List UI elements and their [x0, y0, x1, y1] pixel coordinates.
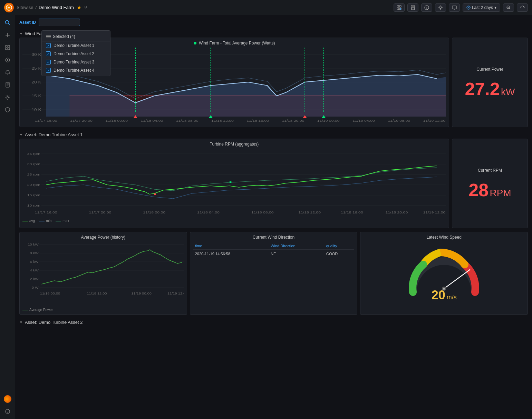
svg-text:15 K: 15 K	[32, 94, 41, 98]
sidebar-help[interactable]: ?	[3, 407, 12, 416]
filter-icon	[46, 35, 51, 38]
svg-text:8 kW: 8 kW	[30, 251, 39, 255]
asset-id-input[interactable]	[39, 19, 80, 26]
zoom-out-button[interactable]	[503, 3, 514, 12]
legend-max-label: max	[62, 219, 69, 223]
tv-icon	[452, 5, 457, 10]
settings-icon	[438, 5, 443, 10]
svg-text:11/19 00:00: 11/19 00:00	[317, 119, 340, 122]
asset-dropdown: Selected (4) ✓ Demo Turbine Asset 1 ✓ De…	[41, 30, 110, 76]
turbine2-section-header[interactable]: ▼ Asset: Demo Turbine Asset 2	[19, 318, 528, 326]
svg-text:20 K: 20 K	[32, 80, 41, 84]
sidebar-item-security[interactable]	[3, 105, 12, 114]
turbine1-panel-row: Turbine RPM (aggregates) 35 rpm 30 rpm 2	[19, 139, 528, 228]
wind-direction-panel: Current Wind Direction time Wind Directi…	[190, 232, 358, 315]
svg-text:11/19 08:00: 11/19 08:00	[388, 119, 410, 122]
svg-text:11/17 16:00: 11/17 16:00	[35, 211, 57, 214]
cell-time: 2020-11-19 14:56:58	[193, 250, 269, 258]
svg-line-17	[468, 8, 470, 8]
wind-speed-title: Latest Wind Speed	[363, 235, 525, 240]
add-panel-icon	[397, 5, 402, 10]
dropdown-item-4[interactable]: ✓ Demo Turbine Asset 4	[42, 66, 110, 74]
current-rpm-label: Current RPM	[478, 168, 502, 173]
current-power-label: Current Power	[476, 67, 503, 72]
sidebar-item-explore[interactable]	[3, 55, 12, 65]
legend-min: min	[39, 219, 51, 223]
clock-icon	[466, 6, 471, 10]
svg-rect-84	[230, 181, 231, 183]
wind-speed-gauge: 20 m/s	[363, 241, 525, 305]
rpm-chart-title: Turbine RPM (aggregates)	[22, 142, 446, 147]
svg-text:11/18 00:00: 11/18 00:00	[105, 119, 128, 122]
checkbox-1[interactable]: ✓	[46, 43, 51, 48]
svg-text:11/18 20:00: 11/18 20:00	[385, 211, 408, 214]
dropdown-item-label-2: Demo Turbine Asset 2	[54, 51, 94, 56]
info-button[interactable]: i	[421, 3, 432, 12]
current-power-value-container: 27.2 kW	[465, 80, 515, 98]
svg-rect-28	[8, 48, 10, 50]
current-rpm-panel: Current RPM 28 RPM	[452, 139, 528, 228]
svg-text:25 rpm: 25 rpm	[27, 173, 40, 176]
save-button[interactable]	[407, 3, 418, 12]
svg-text:11/18 12:00: 11/18 12:00	[211, 119, 234, 122]
share-icon[interactable]: ⑂	[84, 5, 87, 10]
favorite-star-icon[interactable]: ★	[77, 4, 81, 11]
avg-power-legend: Average Power	[22, 307, 184, 312]
current-rpm-unit: RPM	[490, 188, 511, 198]
checkbox-4[interactable]: ✓	[46, 68, 51, 73]
svg-text:i: i	[426, 7, 427, 10]
svg-rect-3	[397, 8, 399, 10]
svg-text:11/18 16:00: 11/18 16:00	[341, 211, 363, 214]
info-icon: i	[424, 5, 429, 10]
settings-button[interactable]	[435, 3, 446, 12]
svg-point-36	[7, 97, 8, 98]
avg-power-chart-container: 10 kW 8 kW 6 kW 4 kW 2 kW 0 W 11/18 00:0…	[22, 241, 184, 307]
breadcrumb-app: Sitewise	[17, 5, 33, 10]
svg-text:11/17 20:00: 11/17 20:00	[89, 211, 112, 214]
wind-direction-title: Current Wind Direction	[193, 235, 355, 240]
top-nav: Sitewise / Demo Wind Farm ★ ⑂ i Last 2 d…	[0, 0, 532, 15]
dropdown-item-3[interactable]: ✓ Demo Turbine Asset 3	[42, 58, 110, 66]
svg-text:11/19 12:00: 11/19 12:00	[167, 292, 184, 295]
svg-text:11/18 04:00: 11/18 04:00	[141, 119, 163, 122]
time-range-label: Last 2 days	[472, 5, 493, 10]
legend-min-line	[39, 221, 45, 221]
turbine1-section-header[interactable]: ▼ Asset: Demo Turbine Asset 1	[19, 131, 528, 139]
rpm-chart-legend: avg min max	[22, 218, 446, 223]
tv-button[interactable]	[449, 3, 460, 12]
svg-text:11/18 00:00: 11/18 00:00	[143, 211, 165, 214]
svg-text:11/18 08:00: 11/18 08:00	[251, 211, 274, 214]
svg-point-12	[439, 7, 441, 8]
sidebar-item-reports[interactable]	[3, 80, 12, 90]
sidebar-item-grid[interactable]	[3, 43, 12, 52]
dropdown-item-2[interactable]: ✓ Demo Turbine Asset 2	[42, 50, 110, 58]
refresh-button[interactable]	[517, 3, 528, 12]
sidebar-item-add[interactable]	[3, 30, 12, 40]
svg-text:30 rpm: 30 rpm	[27, 162, 40, 166]
checkbox-3[interactable]: ✓	[46, 60, 51, 64]
svg-text:11/18 12:00: 11/18 12:00	[87, 292, 107, 295]
sidebar-item-settings[interactable]	[3, 92, 12, 102]
zoom-out-icon	[506, 5, 511, 10]
svg-text:11/18 16:00: 11/18 16:00	[246, 119, 269, 122]
main-content: Asset ID Selected (4) ✓ Demo Turbine Ass…	[15, 15, 532, 419]
time-range-button[interactable]: Last 2 days ▾	[463, 3, 500, 12]
turbine1-section-title: Asset: Demo Turbine Asset 1	[25, 132, 83, 137]
svg-text:11/18 20:00: 11/18 20:00	[282, 119, 304, 122]
svg-text:11/19 12:00: 11/19 12:00	[423, 119, 446, 122]
svg-text:2 kW: 2 kW	[30, 277, 39, 281]
legend-max: max	[56, 219, 69, 223]
svg-text:20 rpm: 20 rpm	[27, 183, 40, 187]
sidebar-item-alerts[interactable]	[3, 68, 12, 77]
sidebar-item-search[interactable]	[3, 18, 12, 28]
svg-text:25 K: 25 K	[32, 67, 41, 71]
svg-text:10 rpm: 10 rpm	[27, 204, 40, 207]
dropdown-item-1[interactable]: ✓ Demo Turbine Asset 1	[42, 41, 110, 50]
checkbox-2[interactable]: ✓	[46, 51, 51, 56]
chart-dot-icon	[194, 42, 196, 44]
legend-avg-power: Average Power	[22, 308, 53, 312]
add-panel-button[interactable]	[394, 3, 405, 12]
sidebar-bottom-logo	[3, 394, 12, 404]
table-header-row: time Wind Direction quality	[193, 242, 355, 250]
asset-id-label: Asset ID	[19, 20, 36, 25]
